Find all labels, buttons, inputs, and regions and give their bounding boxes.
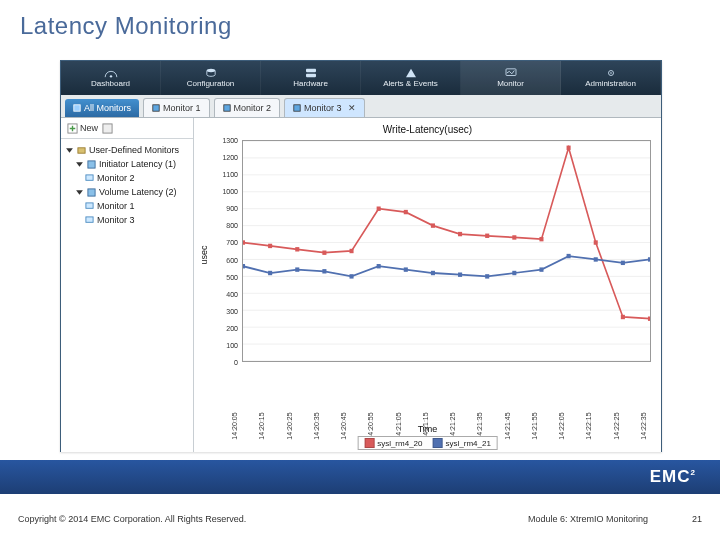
tree-label: Initiator Latency (1) <box>99 159 176 169</box>
menubar-label: Hardware <box>293 79 328 88</box>
svg-rect-34 <box>268 244 272 248</box>
svg-rect-60 <box>539 267 543 271</box>
svg-rect-58 <box>485 274 489 278</box>
svg-rect-38 <box>377 206 381 210</box>
tree-root[interactable]: User-Defined Monitors <box>65 143 189 157</box>
tab-all-monitors[interactable]: All Monitors <box>65 99 139 117</box>
tree-label: Volume Latency (2) <box>99 187 177 197</box>
monitor-icon <box>85 174 94 183</box>
svg-rect-9 <box>223 105 229 111</box>
close-icon[interactable]: ✕ <box>348 103 356 113</box>
group-icon <box>87 160 96 169</box>
menubar-label: Monitor <box>497 79 524 88</box>
x-ticks: 14:20:0514:20:1514:20:2514:20:3514:20:45… <box>242 364 651 426</box>
svg-rect-14 <box>88 160 95 167</box>
tree-item[interactable]: Monitor 2 <box>65 171 189 185</box>
menubar-admin[interactable]: Administration <box>561 61 661 95</box>
emc-logo: EMC2 <box>650 467 696 487</box>
brand-bar: EMC2 <box>0 460 720 494</box>
sidebar-toolbar: New <box>61 118 193 139</box>
svg-rect-47 <box>621 315 625 319</box>
svg-rect-59 <box>512 271 516 275</box>
tab-label: All Monitors <box>84 103 131 113</box>
tab-label: Monitor 3 <box>304 103 342 113</box>
svg-rect-17 <box>86 202 93 207</box>
svg-rect-3 <box>306 74 316 77</box>
svg-rect-50 <box>268 271 272 275</box>
svg-rect-53 <box>349 274 353 278</box>
group-icon <box>87 188 96 197</box>
toolbar-secondary-button[interactable] <box>102 123 113 134</box>
menubar-label: Administration <box>585 79 636 88</box>
svg-rect-16 <box>88 188 95 195</box>
tab-label: Monitor 2 <box>234 103 272 113</box>
menubar-configuration[interactable]: Configuration <box>161 61 261 95</box>
tree-label: User-Defined Monitors <box>89 145 179 155</box>
svg-rect-33 <box>243 240 245 244</box>
menubar-label: Dashboard <box>91 79 130 88</box>
page-number: 21 <box>678 514 702 524</box>
chart-svg <box>243 141 650 361</box>
folder-icon <box>77 146 86 155</box>
svg-rect-49 <box>243 264 245 268</box>
tree-label: Monitor 2 <box>97 173 135 183</box>
tab-icon <box>293 104 301 112</box>
menubar-alerts[interactable]: Alerts & Events <box>361 61 461 95</box>
chart-panel: Write-Latency(usec) usec 010020030040050… <box>194 118 661 452</box>
svg-rect-15 <box>86 174 93 179</box>
menubar-hardware[interactable]: Hardware <box>261 61 361 95</box>
module-label: Module 6: XtremIO Monitoring <box>528 514 648 524</box>
menubar-label: Alerts & Events <box>383 79 438 88</box>
svg-rect-52 <box>322 269 326 273</box>
tab-bar: All Monitors Monitor 1 Monitor 2 Monitor… <box>61 95 661 118</box>
tree-item[interactable]: Monitor 3 <box>65 213 189 227</box>
tab-icon <box>73 104 81 112</box>
menubar-label: Configuration <box>187 79 235 88</box>
monitor-icon <box>85 216 94 225</box>
svg-rect-57 <box>458 272 462 276</box>
tree-item[interactable]: Monitor 1 <box>65 199 189 213</box>
tab-monitor3[interactable]: Monitor 3 ✕ <box>284 98 365 117</box>
svg-rect-44 <box>539 237 543 241</box>
svg-rect-56 <box>431 271 435 275</box>
main-menubar: Dashboard Configuration Hardware Alerts … <box>61 61 661 95</box>
chart-title: Write-Latency(usec) <box>194 124 661 135</box>
monitor-icon <box>85 202 94 211</box>
svg-rect-35 <box>295 247 299 251</box>
alert-icon <box>404 68 418 78</box>
caret-down-icon <box>65 146 74 155</box>
svg-rect-42 <box>485 234 489 238</box>
new-button[interactable]: New <box>67 123 98 134</box>
svg-rect-13 <box>78 147 85 152</box>
chart-plot <box>242 140 651 362</box>
svg-rect-46 <box>594 240 598 244</box>
svg-rect-36 <box>322 250 326 254</box>
stack-icon <box>204 68 218 78</box>
app-window: Dashboard Configuration Hardware Alerts … <box>60 60 662 452</box>
tree-group[interactable]: Initiator Latency (1) <box>65 157 189 171</box>
gauge-icon <box>104 68 118 78</box>
svg-rect-40 <box>431 223 435 227</box>
svg-point-6 <box>610 72 612 74</box>
monitor-icon <box>504 68 518 78</box>
tab-icon <box>152 104 160 112</box>
y-ticks: 0100200300400500600700800900100011001200… <box>208 140 240 362</box>
new-icon <box>67 123 78 134</box>
menubar-dashboard[interactable]: Dashboard <box>61 61 161 95</box>
svg-rect-54 <box>377 264 381 268</box>
tab-icon <box>223 104 231 112</box>
slide-title: Latency Monitoring <box>20 12 232 40</box>
svg-rect-61 <box>567 254 571 258</box>
menubar-monitor[interactable]: Monitor <box>461 61 561 95</box>
svg-point-0 <box>109 75 111 77</box>
svg-rect-63 <box>621 261 625 265</box>
tree-label: Monitor 1 <box>97 201 135 211</box>
tab-monitor2[interactable]: Monitor 2 <box>214 98 281 117</box>
monitor-tree: User-Defined Monitors Initiator Latency … <box>61 139 193 231</box>
tree-group[interactable]: Volume Latency (2) <box>65 185 189 199</box>
server-icon <box>304 68 318 78</box>
svg-rect-55 <box>404 267 408 271</box>
tab-monitor1[interactable]: Monitor 1 <box>143 98 210 117</box>
svg-rect-51 <box>295 267 299 271</box>
toolbar-icon <box>102 123 113 134</box>
